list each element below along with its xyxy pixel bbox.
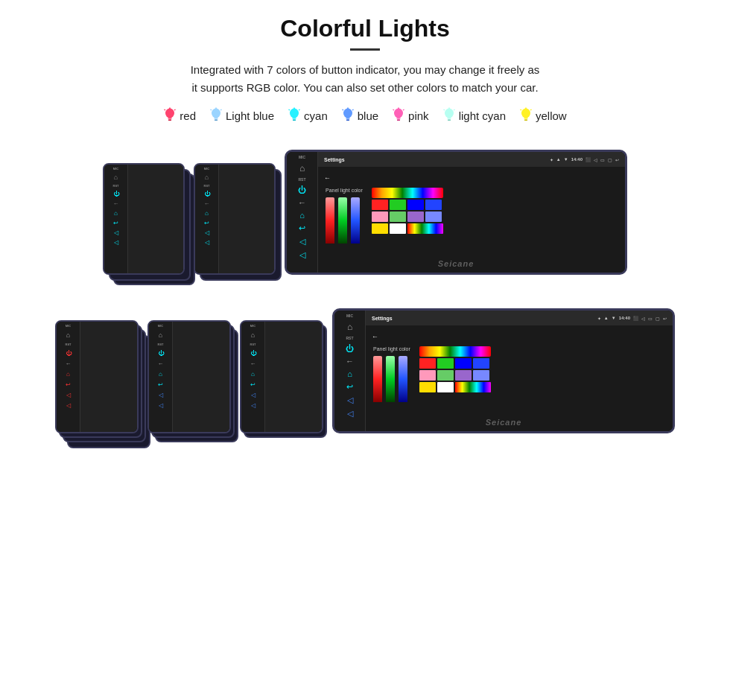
swatch-periwinkle-b	[473, 370, 489, 381]
swatch-row-1	[372, 200, 443, 210]
vol-down-icon: ◁	[114, 229, 118, 236]
return-icon-main: ↩	[299, 223, 305, 233]
panel-light-label: Panel light color	[326, 188, 363, 193]
color-item-cyan: cyan	[288, 107, 328, 124]
screen-icon-b: ▭	[648, 316, 653, 321]
page-title: Colorful Lights	[22, 15, 708, 42]
power-b1: ⏻	[66, 350, 72, 357]
svg-line-17	[299, 109, 300, 110]
color-label-cyan: cyan	[304, 109, 328, 122]
home-b2: ⌂	[159, 331, 162, 339]
camera-icon-b: ⬛	[633, 316, 638, 321]
volup-b3: ◁	[251, 402, 256, 409]
swatch-red-b	[419, 358, 436, 369]
mic-b3: MIC	[250, 324, 256, 328]
bar-blue-b	[399, 356, 407, 402]
main-sidebar-top: MIC ⌂ RST ⏻ ← ⌂ ↩ ◁ ◁	[287, 152, 318, 273]
device-stack-group-b2: MIC ⌂ RST ⏻ ← ⌂ ↩ ◁ ◁	[147, 320, 231, 433]
rst-label-b: RST	[346, 336, 354, 340]
speaker-icon-b: ◁	[641, 316, 645, 321]
vol-up-icon: ◁	[114, 239, 118, 246]
return-icon: ↩	[113, 220, 118, 226]
color-item-lightblue: Light blue	[209, 107, 274, 124]
home2-b1: ⌂	[66, 371, 70, 378]
svg-line-16	[289, 109, 291, 110]
camera-icon: ⬛	[585, 157, 591, 162]
color-label-yellow: yellow	[536, 109, 567, 122]
vol-up-main: ◁	[299, 250, 305, 260]
swatch-red	[372, 200, 388, 210]
svg-line-41	[530, 109, 532, 110]
color-list: red Light blue cyan	[22, 107, 708, 124]
topbar-icons: ✦ ▲ ▼ 14:40 ⬛ ◁ ▭ ▢ ↩	[550, 157, 619, 162]
back-arrow: ←	[324, 174, 331, 182]
small-device-bottom-front-2: MIC ⌂ RST ⏻ ← ⌂ ↩ ◁ ◁	[147, 320, 231, 433]
svg-line-23	[352, 109, 354, 110]
vol-up-b: ◁	[347, 409, 353, 419]
back-icon-2: ←	[204, 200, 210, 207]
volup-b1: ◁	[66, 402, 71, 409]
wifi-icon-b: ▼	[612, 316, 616, 320]
rst-b1: RST	[66, 343, 72, 346]
vol-down-icon-2: ◁	[205, 229, 209, 236]
power-b2: ⏻	[158, 350, 164, 357]
svg-rect-38	[524, 120, 527, 121]
bluetooth-icon: ✦	[550, 157, 553, 162]
settings-content: Panel light color	[318, 186, 625, 273]
bulb-icon-yellow	[519, 107, 533, 124]
mic-label-main: MIC	[299, 155, 305, 159]
settings-content-b: Panel light color	[366, 345, 673, 431]
home-icon-main: ⌂	[299, 163, 305, 174]
bar-green	[338, 197, 347, 244]
voldown-b3: ◁	[251, 392, 256, 398]
screen-icon: ▭	[600, 157, 605, 162]
back-b3: ←	[250, 360, 256, 367]
small-device-bottom-front-3: MIC ⌂ RST ⏻ ← ⌂ ↩ ◁ ◁	[240, 320, 323, 433]
swatch-lightgreen	[390, 211, 406, 222]
rst-b3: RST	[250, 343, 256, 346]
return-icon-2: ↩	[204, 220, 209, 226]
swatch-row-b2	[419, 370, 491, 381]
screen-b3	[265, 322, 322, 432]
topbar-icons-b: ✦ ▲ ▼ 14:40 ⬛ ◁ ▭ ▢ ↩	[597, 316, 667, 321]
back-nav-icon: ↩	[615, 157, 619, 162]
mic-label: MIC	[113, 167, 118, 171]
main-device-top: MIC ⌂ RST ⏻ ← ⌂ ↩ ◁ ◁ Settings ✦	[285, 150, 627, 275]
svg-point-12	[290, 109, 299, 118]
mic-label-2: MIC	[204, 167, 209, 171]
swatch-blue2	[425, 200, 442, 210]
swatch-periwinkle	[425, 211, 442, 222]
svg-rect-26	[397, 120, 400, 121]
color-item-yellow: yellow	[519, 107, 567, 124]
panel-light-section: Panel light color	[326, 188, 363, 268]
device-stack-group-2: MIC ⌂ RST ⏻ ← ⌂ ↩ ◁ ◁	[194, 163, 276, 275]
bulb-icon-blue	[341, 107, 355, 124]
main-device-screen-top: MIC ⌂ RST ⏻ ← ⌂ ↩ ◁ ◁ Settings ✦	[285, 150, 627, 275]
panel-light-section-b: Panel light color	[373, 346, 410, 427]
color-item-lightcyan: light cyan	[442, 107, 506, 124]
svg-rect-2	[168, 120, 171, 121]
window-icon: ▢	[608, 157, 612, 162]
rst-label-2: RST	[204, 184, 210, 188]
voldown-b1: ◁	[66, 392, 71, 398]
page-container: Colorful Lights Integrated with 7 colors…	[0, 0, 730, 448]
color-label-blue: blue	[358, 109, 378, 122]
color-label-red: red	[180, 109, 196, 122]
swatch-yellow-b	[419, 382, 436, 392]
bar-red-b	[373, 356, 382, 402]
device-stack-group-b3: MIC ⌂ RST ⏻ ← ⌂ ↩ ◁ ◁	[240, 320, 323, 433]
vol-up-icon-2: ◁	[205, 239, 209, 246]
swatch-yellow	[372, 223, 388, 234]
svg-line-4	[165, 109, 166, 110]
return-b1: ↩	[66, 381, 71, 388]
svg-line-28	[393, 109, 395, 110]
bulb-icon-lightblue	[209, 107, 223, 124]
home2-b2: ⌂	[159, 371, 162, 378]
device-sidebar-b1: MIC ⌂ RST ⏻ ← ⌂ ↩ ◁ ◁	[57, 322, 80, 432]
bottom-device-row: MIC ⌂ RST ⏻ ← ⌂ ↩ ◁ ◁ MIC ⌂	[22, 288, 708, 433]
home2-icon-b: ⌂	[347, 369, 352, 378]
swatch-purple	[407, 211, 424, 222]
color-label-lightcyan: light cyan	[459, 109, 506, 122]
home2-icon: ⌂	[114, 210, 118, 217]
bluetooth-icon-b: ✦	[597, 316, 601, 321]
